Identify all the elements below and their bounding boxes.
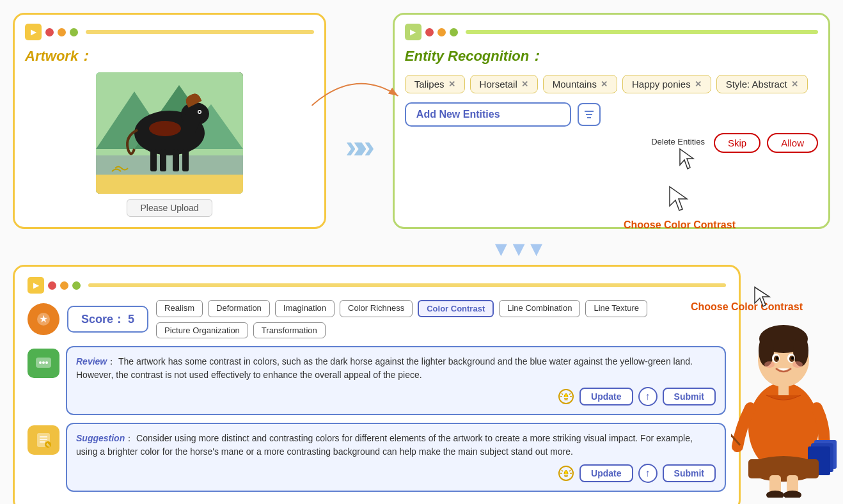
tag-mountains-remove[interactable]: ✕: [601, 79, 608, 89]
review-text: Review： The artwork has some contrast in…: [76, 355, 716, 382]
tag-mountains: Mountains ✕: [543, 75, 617, 93]
add-entities-input[interactable]: Add New Entities: [405, 102, 571, 127]
choose-color-contrast-text: Choose Color Contrast: [624, 218, 736, 232]
artwork-titlebar: ▶: [25, 24, 314, 40]
entity-titlebar-line: [466, 30, 818, 34]
review-update-button[interactable]: Update: [579, 388, 633, 406]
tag-horsetail: Horsetail ✕: [470, 75, 538, 93]
skip-allow-row: Skip Allow: [714, 133, 818, 153]
upload-button[interactable]: Please Upload: [127, 199, 212, 217]
bottom-dot-green: [72, 281, 81, 290]
suggestion-keyword: Suggestion: [76, 433, 125, 443]
artwork-titlebar-line: [86, 30, 314, 34]
curved-arrow: [291, 77, 419, 115]
criteria-line-combination[interactable]: Line Combination: [499, 300, 580, 317]
svg-rect-10: [160, 149, 166, 171]
cursor-allow-area: [677, 146, 699, 174]
tag-talipes-remove[interactable]: ✕: [448, 79, 455, 89]
svg-rect-11: [173, 149, 179, 171]
svg-rect-66: [748, 459, 819, 478]
svg-point-70: [784, 491, 801, 498]
tag-style-abstract-remove[interactable]: ✕: [791, 79, 798, 89]
review-up-button[interactable]: ↑: [638, 387, 658, 406]
criteria-transformation[interactable]: Transformation: [253, 322, 326, 338]
skip-button[interactable]: Skip: [714, 133, 760, 153]
svg-line-44: [569, 470, 571, 471]
chat-icon: [28, 349, 59, 378]
teacher-character: [731, 299, 837, 498]
allow-button[interactable]: Allow: [767, 133, 818, 153]
tag-horsetail-remove[interactable]: ✕: [521, 79, 528, 89]
suggestion-lightbulb-icon: [558, 465, 574, 482]
down-arrows: ▼▼▼: [205, 237, 830, 261]
criteria-imagination[interactable]: Imagination: [275, 300, 335, 317]
artwork-image: [96, 72, 243, 194]
svg-point-15: [199, 111, 201, 113]
entity-dot-green: [450, 28, 458, 36]
review-box: Review： The artwork has some contrast in…: [66, 346, 726, 415]
score-criteria-row: ★ Score： 5 Realism Deformation Imaginati…: [28, 300, 726, 338]
suggestion-submit-button[interactable]: Submit: [663, 464, 716, 482]
suggestion-box: Suggestion： Consider using more distinct…: [66, 423, 726, 492]
svg-point-24: [39, 361, 42, 364]
dot-green: [70, 28, 78, 36]
svg-marker-72: [680, 149, 693, 169]
svg-text:✎: ✎: [46, 443, 51, 448]
filter-icon-button[interactable]: [578, 103, 601, 126]
bottom-dot-orange: [60, 281, 68, 290]
bottom-titlebar: ▶: [28, 277, 726, 294]
tag-happy-ponies-remove[interactable]: ✕: [695, 79, 702, 89]
entity-play-button[interactable]: ▶: [405, 24, 421, 40]
bottom-play-button[interactable]: ▶: [28, 277, 44, 294]
delete-entities-label: Delete Entities: [651, 137, 705, 146]
svg-point-13: [149, 121, 181, 136]
svg-point-25: [42, 361, 45, 364]
dot-red: [45, 28, 54, 36]
bottom-panel: ▶ ★ Score： 5 Realism Deformation Imagina…: [13, 265, 741, 504]
criteria-line-texture[interactable]: Line Texture: [585, 300, 647, 317]
svg-point-56: [776, 357, 778, 360]
svg-rect-5: [96, 155, 243, 175]
review-submit-button[interactable]: Submit: [663, 388, 716, 406]
entity-dot-red: [425, 28, 434, 36]
criteria-picture-organization[interactable]: Picture Organization: [156, 322, 248, 338]
suggestion-up-button[interactable]: ↑: [638, 464, 658, 483]
svg-point-59: [792, 361, 803, 368]
dot-orange: [58, 28, 66, 36]
entity-panel: ▶ Entity Recognition： Talipes ✕ Horsetai…: [393, 13, 830, 229]
svg-rect-9: [150, 149, 157, 171]
svg-line-43: [562, 470, 563, 471]
criteria-realism[interactable]: Realism: [156, 300, 203, 317]
suggestion-update-button[interactable]: Update: [579, 464, 633, 482]
score-box: Score： 5: [67, 306, 148, 333]
artwork-label: Artwork：: [25, 47, 314, 66]
entity-recognition-title: Entity Recognition：: [405, 47, 818, 66]
svg-point-69: [766, 491, 784, 498]
svg-point-58: [764, 361, 775, 368]
criteria-color-contrast[interactable]: Color Contrast: [418, 300, 494, 317]
bottom-dot-red: [48, 281, 56, 290]
criteria-deformation[interactable]: Deformation: [208, 300, 270, 317]
tag-style-abstract: Style: Abstract ✕: [716, 75, 808, 93]
svg-line-30: [562, 393, 563, 395]
entity-dot-orange: [437, 28, 446, 36]
svg-rect-60: [778, 384, 789, 397]
artwork-play-button[interactable]: ▶: [25, 24, 42, 40]
criteria-tags: Realism Deformation Imagination Color Ri…: [156, 300, 718, 338]
criteria-color-richness[interactable]: Color Richness: [340, 300, 413, 317]
review-actions: Update ↑ Submit: [76, 387, 716, 406]
choose-color-label-area: Choose Color Contrast: [624, 184, 736, 232]
forward-arrows: »»: [345, 127, 367, 166]
suggestion-actions: Update ↑ Submit: [76, 464, 716, 483]
cursor-allow-icon: [677, 146, 699, 171]
review-section: Review： The artwork has some contrast in…: [28, 346, 726, 415]
svg-point-26: [45, 361, 48, 364]
svg-point-57: [791, 357, 794, 360]
svg-marker-71: [670, 187, 687, 210]
svg-rect-12: [182, 149, 189, 171]
note-icon: ✎: [28, 425, 59, 455]
svg-text:★: ★: [39, 313, 48, 324]
tag-happy-ponies: Happy ponies ✕: [622, 75, 711, 93]
suggestion-text: Suggestion： Consider using more distinct…: [76, 432, 716, 459]
artwork-panel: ▶ Artwork：: [13, 13, 326, 229]
